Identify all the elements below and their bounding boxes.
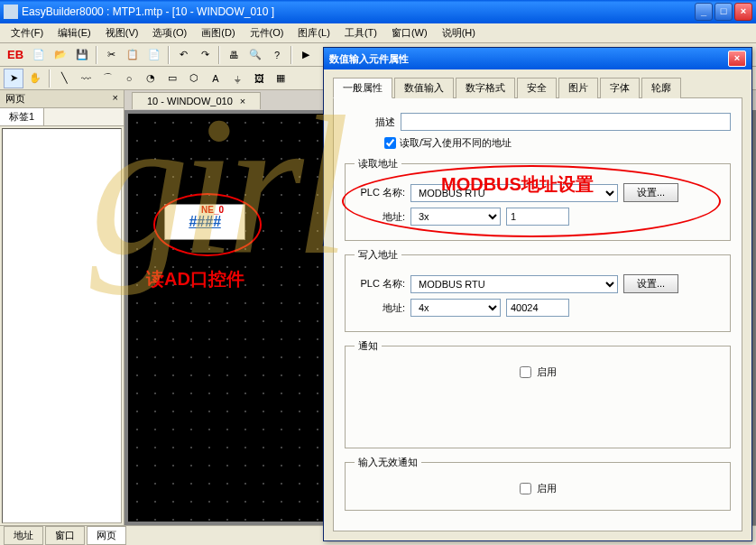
menu-options[interactable]: 选项(O) [147,24,192,42]
invalid-legend: 输入无效通知 [355,456,421,469]
invalid-enable-label: 启用 [537,482,557,495]
write-address-group: 写入地址 PLC 名称: MODBUS RTU 设置... 地址: 4x [345,248,731,332]
notify-enable-checkbox[interactable] [520,366,531,378]
maximize-button[interactable]: □ [715,3,733,21]
hand-icon[interactable]: ✋ [25,69,45,88]
bottom-tab-address[interactable]: 地址 [4,526,43,545]
annotation-ellipse [342,165,721,237]
cut-icon[interactable]: ✂ [101,45,121,65]
table-icon[interactable]: ▦ [271,69,290,88]
redo-icon[interactable]: ↷ [195,45,215,65]
left-tab[interactable]: 标签1 [0,108,44,125]
doc-tab[interactable]: 10 - WINDOW_010× [132,92,261,109]
write-legend: 写入地址 [355,248,401,262]
new-icon[interactable]: 📄 [29,45,49,65]
close-button[interactable]: × [734,3,752,21]
dialog-title: 数值输入元件属性 [329,52,409,66]
bottom-tab-page[interactable]: 网页 [87,526,126,545]
bottom-tab-window[interactable]: 窗口 [45,526,85,545]
tab-numeric[interactable]: 数值输入 [394,78,454,98]
panel-body [2,128,122,523]
menubar: 文件(F) 编辑(E) 视图(V) 选项(O) 画图(D) 元件(O) 图库(L… [0,23,756,43]
menu-file[interactable]: 文件(F) [5,24,49,42]
dialog-tabs: 一般属性 数值输入 数字格式 安全 图片 字体 轮廓 [333,77,742,98]
search-icon[interactable]: 🔍 [245,45,265,65]
tab-image[interactable]: 图片 [558,78,598,98]
notify-group: 通知 启用 [345,339,731,448]
invalid-notify-group: 输入无效通知 启用 [345,456,731,511]
read-legend: 读取地址 [355,157,401,171]
app-icon [4,5,18,19]
polyline-icon[interactable]: 〰 [76,69,96,88]
write-settings-button[interactable]: 设置... [623,274,678,293]
invalid-enable-checkbox[interactable] [520,483,531,494]
panel-title: 网页 [5,92,25,106]
menu-tools[interactable]: 工具(T) [339,24,383,42]
panel-close-icon[interactable]: × [113,92,118,106]
property-dialog: 数值输入元件属性 × 一般属性 数值输入 数字格式 安全 图片 字体 轮廓 描述… [323,47,752,541]
pointer-icon[interactable]: ➤ [4,69,23,88]
line-icon[interactable]: ╲ [54,69,74,88]
menu-edit[interactable]: 编辑(E) [52,24,97,42]
window-titlebar: EasyBuilder8000 : MTP1.mtp - [10 - WINDO… [0,0,756,23]
menu-help[interactable]: 说明(H) [437,24,481,42]
tab-format[interactable]: 数字格式 [456,78,515,98]
open-icon[interactable]: 📂 [51,45,70,65]
left-panel: 网页× 标签1 [0,90,124,525]
menu-library[interactable]: 图库(L) [292,24,335,42]
scale-icon[interactable]: ⏚ [227,69,247,88]
arc-icon[interactable]: ⌒ [97,69,117,88]
save-icon[interactable]: 💾 [72,45,92,65]
write-addr-num[interactable] [506,299,569,317]
undo-icon[interactable]: ↶ [173,45,193,65]
notify-enable-label: 启用 [537,365,557,379]
plc-label-w: PLC 名称: [355,277,405,291]
menu-window[interactable]: 窗口(W) [386,24,433,42]
tab-font[interactable]: 字体 [600,78,640,98]
tab-close-icon[interactable]: × [240,96,245,106]
diff-address-label: 读取/写入使用不同的地址 [400,136,512,150]
ellipse-icon[interactable]: ○ [119,69,139,88]
text-icon[interactable]: A [206,69,226,88]
desc-label: 描述 [345,115,395,129]
addr-label-w: 地址: [355,301,405,315]
help-icon[interactable]: ? [267,45,287,65]
annotation-circle [153,193,262,256]
annotation-text: 读AD口控件 [146,267,244,291]
menu-component[interactable]: 元件(O) [244,24,290,42]
dialog-close-button[interactable]: × [728,51,746,67]
rect-icon[interactable]: ▭ [162,69,182,88]
print-icon[interactable]: 🖶 [224,45,244,65]
minimize-button[interactable]: _ [695,3,713,21]
tab-shape[interactable]: 轮廓 [641,78,681,98]
paste-icon[interactable]: 📄 [144,45,164,65]
diff-address-checkbox[interactable] [384,137,396,149]
description-input[interactable] [401,113,731,131]
tab-security[interactable]: 安全 [517,78,557,98]
menu-draw[interactable]: 画图(D) [196,24,240,42]
window-title: EasyBuilder8000 : MTP1.mtp - [10 - WINDO… [22,5,695,18]
polygon-icon[interactable]: ⬡ [184,69,204,88]
copy-icon[interactable]: 📋 [123,45,143,65]
pie-icon[interactable]: ◔ [141,69,161,88]
menu-view[interactable]: 视图(V) [100,24,144,42]
eb-logo: EB [4,48,27,61]
write-plc-select[interactable]: MODBUS RTU [410,275,618,293]
image-icon[interactable]: 🖼 [249,69,269,88]
notify-legend: 通知 [355,339,382,353]
run-icon[interactable]: ▶ [296,45,316,65]
write-addr-type[interactable]: 4x [410,299,501,317]
tab-general[interactable]: 一般属性 [333,78,392,98]
